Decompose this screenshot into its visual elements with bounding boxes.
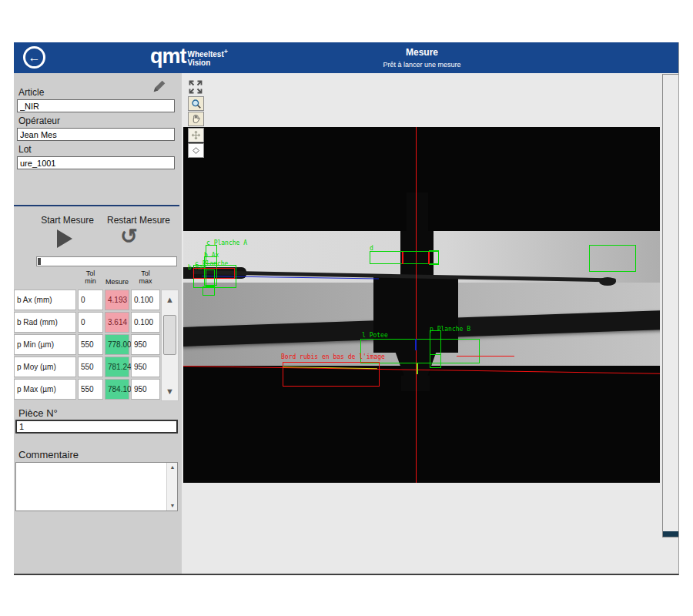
viewer-scrollbar[interactable] [662, 74, 679, 537]
restart-mesure-button[interactable]: Restart Mesure [100, 215, 177, 226]
camera-image[interactable]: c Planche A b Ax c Planche b Rad d p Pla… [183, 127, 660, 483]
mesure-value: 784.100 [105, 379, 129, 400]
sidebar: Article Opérateur Lot Start Mesure Resta… [14, 73, 182, 575]
operateur-input[interactable] [17, 128, 175, 141]
start-mesure-button[interactable]: Start Mesure [31, 215, 104, 226]
back-button[interactable]: ← [23, 46, 45, 69]
crosshair-vertical-line [416, 127, 417, 483]
status-text: Prêt à lancer une mesure [322, 61, 522, 69]
lot-label: Lot [18, 144, 32, 155]
edge-tick [428, 252, 430, 264]
lot-input[interactable] [17, 156, 175, 169]
app-logo: qmt Wheeltest+Vision [150, 45, 228, 68]
scroll-up-icon[interactable]: ▲ [162, 290, 178, 309]
zoom-tool-button[interactable] [188, 96, 204, 111]
table-scrollbar[interactable]: ▲ ▼ [161, 290, 179, 401]
roi-box [429, 250, 439, 265]
scroll-down-icon[interactable]: ▼ [162, 382, 178, 400]
comment-box: ▲ ▼ [15, 462, 178, 511]
diamond-icon [191, 146, 201, 156]
pan-tool-button[interactable] [188, 112, 204, 126]
play-icon[interactable] [57, 229, 72, 248]
expand-icon[interactable] [188, 79, 203, 95]
arrow-left-icon: ← [28, 51, 41, 64]
piece-label: Pièce N° [18, 407, 58, 419]
logo-brand: qmt [150, 45, 186, 68]
operateur-label: Opérateur [18, 116, 60, 126]
scroll-down-icon[interactable]: ▼ [167, 501, 178, 511]
edit-pencil-icon[interactable] [151, 78, 168, 95]
scrollbar-thumb[interactable] [663, 531, 678, 537]
edge-tick [402, 252, 403, 264]
col-header-tol-min: Tolmin [78, 270, 103, 285]
magnifier-icon [191, 99, 202, 109]
app-window: ← qmt Wheeltest+Vision Mesure Prêt à lan… [14, 42, 679, 575]
intersection-mark [417, 363, 418, 374]
diamond-tool-button[interactable] [188, 143, 204, 158]
mesure-value: 3.614 [105, 312, 129, 333]
comment-scrollbar[interactable]: ▲ ▼ [166, 463, 177, 511]
article-label: Article [18, 87, 44, 98]
section-divider [14, 205, 179, 206]
scroll-up-icon[interactable]: ▲ [167, 463, 178, 472]
progress-bar [36, 256, 177, 266]
piece-input[interactable] [15, 420, 178, 434]
progress-fill [38, 258, 41, 265]
comment-textarea[interactable] [16, 463, 166, 511]
viewer-area: c Planche A b Ax c Planche b Rad d p Pla… [182, 73, 679, 575]
move-cross-icon [191, 130, 201, 140]
lever-tip [599, 277, 616, 286]
col-header-tol-max: Tolmax [131, 270, 160, 285]
mesure-value: 781.244 [105, 357, 129, 377]
roi-box [206, 270, 215, 286]
roi-box [589, 245, 636, 272]
detected-edge-box [283, 362, 380, 387]
mesure-value: 778.000 [105, 334, 129, 355]
spindle-shaft [407, 192, 428, 233]
comment-label: Commentaire [18, 449, 79, 460]
scrollbar-thumb[interactable] [163, 315, 176, 355]
logo-plus: + [224, 48, 228, 55]
move-tool-button[interactable] [188, 128, 204, 142]
hand-icon [191, 114, 201, 124]
center-mark [415, 339, 417, 350]
edge-segment [457, 356, 514, 357]
logo-sub: Vision [188, 59, 211, 67]
roi-box [203, 286, 215, 296]
article-input[interactable] [17, 99, 175, 112]
mesure-value: 4.193 [105, 290, 129, 310]
header-bar: ← qmt Wheeltest+Vision Mesure Prêt à lan… [14, 42, 678, 73]
page-title: Mesure [345, 47, 499, 58]
restart-icon[interactable]: ↻ [120, 224, 138, 249]
col-header-mesure: Mesure [105, 278, 129, 286]
overlay-label-bord-rubis: Bord rubis en bas de l'image [281, 353, 385, 360]
